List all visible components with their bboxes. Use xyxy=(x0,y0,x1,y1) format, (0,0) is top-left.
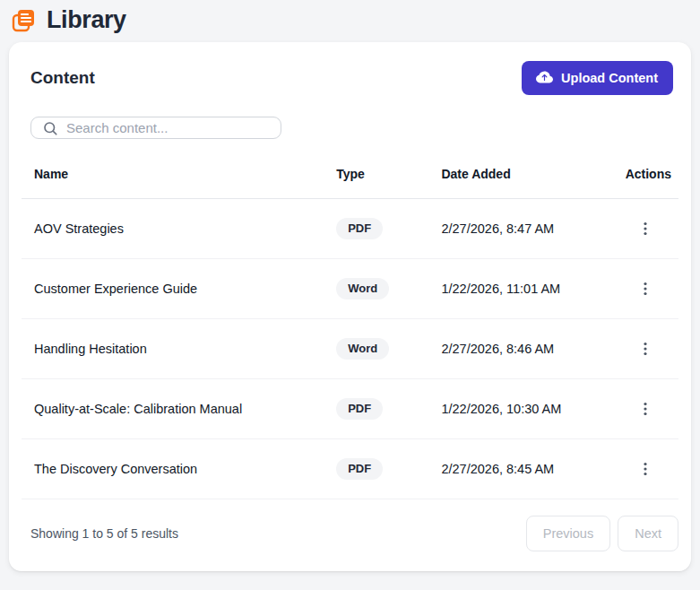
kebab-menu-button[interactable] xyxy=(633,456,658,482)
kebab-menu-button[interactable] xyxy=(633,335,658,362)
cloud-upload-icon xyxy=(536,69,553,86)
content-card: Content Upload Content Name Type xyxy=(9,42,691,571)
card-header: Content Upload Content xyxy=(22,42,678,95)
content-name: The Discovery Conversation xyxy=(22,439,324,499)
previous-button[interactable]: Previous xyxy=(526,516,610,551)
kebab-menu-icon xyxy=(638,281,652,297)
results-summary: Showing 1 to 5 of 5 results xyxy=(30,526,178,541)
search-box xyxy=(30,117,281,139)
type-badge: PDF xyxy=(336,458,383,480)
type-badge: PDF xyxy=(336,398,383,420)
date-added: 1/22/2026, 10:30 AM xyxy=(428,379,612,439)
table-header-row: Name Type Date Added Actions xyxy=(22,163,678,199)
card-footer: Showing 1 to 5 of 5 results Previous Nex… xyxy=(22,499,678,571)
search-icon xyxy=(42,120,58,136)
kebab-menu-button[interactable] xyxy=(633,275,658,302)
content-name: AOV Strategies xyxy=(22,199,324,259)
date-added: 1/22/2026, 11:01 AM xyxy=(428,259,612,319)
kebab-menu-icon xyxy=(638,341,652,357)
table-row: Quality-at-Scale: Calibration Manual PDF… xyxy=(22,379,678,439)
search-input[interactable] xyxy=(66,120,270,135)
type-badge: Word xyxy=(336,278,389,299)
upload-content-label: Upload Content xyxy=(561,71,658,85)
page-header: Library xyxy=(0,0,700,39)
content-table: Name Type Date Added Actions AOV Strateg… xyxy=(22,163,678,499)
library-icon xyxy=(10,7,37,34)
table-row: The Discovery Conversation PDF 2/27/2026… xyxy=(22,439,678,499)
column-header-date-added: Date Added xyxy=(428,163,612,199)
type-badge: Word xyxy=(336,338,389,360)
kebab-menu-button[interactable] xyxy=(633,395,658,422)
content-name: Customer Experience Guide xyxy=(22,259,324,319)
table-row: Customer Experience Guide Word 1/22/2026… xyxy=(22,259,678,319)
content-name: Quality-at-Scale: Calibration Manual xyxy=(22,379,324,439)
upload-content-button[interactable]: Upload Content xyxy=(522,61,673,95)
date-added: 2/27/2026, 8:47 AM xyxy=(428,199,612,259)
table-row: Handling Hesitation Word 2/27/2026, 8:46… xyxy=(22,319,678,379)
content-name: Handling Hesitation xyxy=(22,319,324,379)
kebab-menu-icon xyxy=(638,401,652,417)
date-added: 2/27/2026, 8:45 AM xyxy=(428,439,612,499)
page-title: Library xyxy=(47,6,126,34)
column-header-actions: Actions xyxy=(613,163,678,199)
kebab-menu-icon xyxy=(638,221,652,237)
kebab-menu-button[interactable] xyxy=(633,215,658,242)
type-badge: PDF xyxy=(336,218,383,239)
next-button[interactable]: Next xyxy=(618,516,678,551)
column-header-name: Name xyxy=(22,163,324,199)
column-header-type: Type xyxy=(324,163,428,199)
date-added: 2/27/2026, 8:46 AM xyxy=(428,319,612,379)
pagination: Previous Next xyxy=(526,516,678,551)
table-row: AOV Strategies PDF 2/27/2026, 8:47 AM xyxy=(22,199,678,259)
card-heading: Content xyxy=(30,68,95,88)
kebab-menu-icon xyxy=(638,461,652,477)
